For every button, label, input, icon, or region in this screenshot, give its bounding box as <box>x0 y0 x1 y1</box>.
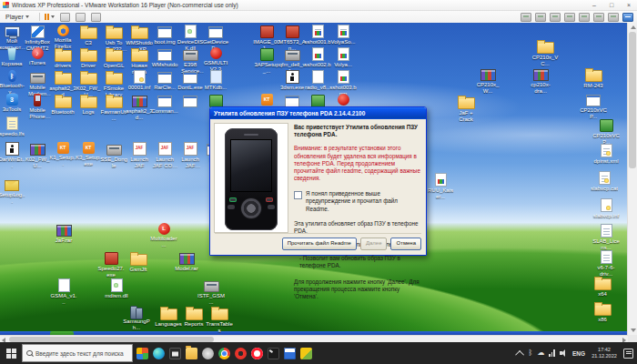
fullscreen-icon[interactable] <box>622 13 633 22</box>
desktop-icon-gsmjft[interactable]: GsmJft <box>125 251 152 273</box>
taskbar-search[interactable]: Введите здесь текст для поиска <box>22 344 133 362</box>
desktop-icon-speedo27-exe[interactable]: Speedo27.exe <box>97 251 125 278</box>
desktop-icon-jaf-crack[interactable]: JaF + Crack <box>452 95 480 122</box>
settings-icon[interactable] <box>202 348 214 359</box>
desktop-icon-c3[interactable]: C3 <box>75 25 102 46</box>
chrome-browser-icon[interactable] <box>218 348 230 359</box>
desktop-icon-model-rar[interactable]: Model.rar <box>173 251 200 272</box>
bluetooth-icon[interactable]: ᛒ <box>529 342 533 364</box>
send-ctrl-alt-del-icon[interactable] <box>60 13 70 22</box>
desktop-icon-rm-243[interactable]: RM-243 <box>580 67 607 89</box>
microsoft-store-icon[interactable] <box>169 348 181 359</box>
desktop-icon-mobile-phone-manager[interactable]: Mobile Phone Manager <box>24 94 51 119</box>
desktop-icon-reports[interactable]: Reports <box>180 306 207 328</box>
desktop-icon-volya-[interactable]: Volya... <box>329 47 357 68</box>
start-button[interactable] <box>0 342 22 364</box>
documents-app-icon[interactable] <box>284 348 296 359</box>
onedrive-cloud-icon[interactable]: ☁ <box>537 342 544 364</box>
file-explorer-icon[interactable] <box>186 348 197 359</box>
desktop-icon-kt[interactable]: KT <box>253 94 280 106</box>
desktop-icon-favmanuti-[interactable]: FavmanUti... <box>100 94 127 121</box>
desktop-icon-ruu-kaiser-[interactable]: RUU_Kaiser... <box>427 173 454 199</box>
desktop-icon-launch-jaf[interactable]: JAFLaunch JAF <box>126 142 153 168</box>
desktop-icon-slabvcp-cat[interactable]: slabvcp.cat <box>591 171 618 192</box>
vertical-scroll-thumb[interactable] <box>629 32 636 168</box>
desktop-icon-mozilla-firefox[interactable]: Mozilla Firefox <box>49 25 76 49</box>
desktop-icon-itunes[interactable]: ♪iTunes <box>24 47 51 66</box>
scroll-down-icon[interactable] <box>631 329 636 332</box>
media-grid-icon[interactable] <box>136 348 148 359</box>
desktop-icon-setuplog-[interactable]: SetupLog... <box>0 177 25 204</box>
desktop-icon-boot-img[interactable]: boot.img <box>151 25 178 46</box>
desktop-icon-red-circle[interactable] <box>329 94 357 106</box>
desktop-icon-transtables[interactable]: TransTables <box>206 306 233 333</box>
desktop-icon-comman-[interactable]: Comman... <box>151 94 178 115</box>
desktop-icon-mtkdb-[interactable]: MTKdb... <box>202 70 229 91</box>
desktop-icon-00001-inf[interactable]: 00001.inf <box>126 70 153 91</box>
language-indicator[interactable]: ENG <box>572 350 585 357</box>
puzzle-app-icon[interactable] <box>300 348 312 359</box>
edge-browser-icon[interactable] <box>153 348 165 359</box>
desktop-icon-3dsm-exe[interactable]: 3dsm.exe <box>278 70 306 91</box>
volume-icon[interactable] <box>560 349 568 357</box>
desktop-icon-3utools[interactable]: 33uTools <box>0 94 25 113</box>
desktop-icon-мой-компьютер[interactable]: Мой компьютер <box>0 25 25 50</box>
vertical-scrollbar[interactable] <box>627 23 637 335</box>
cd-rom-icon[interactable] <box>550 13 561 22</box>
desktop-icon-dpinst-xml[interactable]: dpinst.xml <box>592 144 620 165</box>
fit-guest-window-icon[interactable] <box>76 13 86 22</box>
floppy-icon[interactable] <box>535 13 546 22</box>
desktop-icon-mobile-modem-assistant[interactable]: Mobile Modem Assistant <box>24 70 51 96</box>
desktop-icon-radio-v8-[interactable]: radio_v8... <box>304 70 331 91</box>
desktop-icon-drivers[interactable]: drivers <box>49 47 76 69</box>
sound-icon[interactable] <box>593 13 604 22</box>
desktop-icon-logs[interactable]: Logs <box>75 94 102 116</box>
desktop-icon-gsma-v1-[interactable]: GSMA_v1... <box>50 278 77 305</box>
desktop-icon-корзина[interactable]: Корзина <box>0 47 25 67</box>
network-icon[interactable] <box>549 349 555 357</box>
desktop-icon-bluetooth-у-[interactable]: ᛒBluetooth-у... <box>0 70 25 95</box>
desktop-icon-cp210x-w-[interactable]: CP210x_W... <box>474 67 501 94</box>
desktop-icon-rarcle-[interactable]: RarCle... <box>151 70 178 91</box>
desktop-icon-launch-jaf-com-enable[interactable]: JAFLaunch JAF COM Enable <box>151 142 178 168</box>
desktop-icon-opengl[interactable]: OpenGL <box>100 47 127 69</box>
sound-card-icon[interactable] <box>521 13 531 22</box>
desktop-icon-volyaso-[interactable]: VolyaSo... <box>329 25 357 46</box>
desktop-icon-darwinet-[interactable]: DarWinEt... <box>0 142 25 168</box>
desktop-icon-cp210xvcp-[interactable]: CP210xVCP... <box>580 93 607 119</box>
desktop-icon-multiloader-[interactable]: LMultiloader... <box>150 223 177 248</box>
desktop-icon-istf-gsm-[interactable]: ISTF_GSM... <box>197 278 225 305</box>
scroll-up-icon[interactable] <box>631 25 636 29</box>
desktop-icon-k3-setup-exe[interactable]: KTK3_Setup.exe <box>75 142 102 167</box>
taskbar-clock[interactable]: 17:42 21.12.2022 <box>590 347 619 359</box>
desktop-icon-x86[interactable]: x86 <box>589 301 616 323</box>
desktop-icon-gsmulti-v2-3[interactable]: GSMULTI V2.3 <box>202 47 229 72</box>
desktop-icon-driver[interactable]: Driver <box>75 47 102 69</box>
desktop-icon-languages[interactable]: Languages <box>155 306 182 328</box>
desktop-icon-slab-licens-[interactable]: SLAB_Licens... <box>592 224 620 250</box>
desktop-icon-cp210x-vc-[interactable]: CP210x_VC... <box>531 39 559 66</box>
read-readme-button[interactable]: Прочитать файл Readme <box>282 238 357 250</box>
player-menu[interactable]: Player <box>0 14 35 20</box>
close-button[interactable]: × <box>624 0 633 10</box>
desktop-icon-v6-7-6-driv-[interactable]: v6-7-6-driv... <box>592 250 620 277</box>
tray-overflow-icon[interactable] <box>515 349 524 359</box>
usb-controller-icon[interactable] <box>579 13 590 22</box>
desktop-icon-x64[interactable]: x64 <box>589 276 616 298</box>
maximize-button[interactable]: □ <box>607 0 616 10</box>
opera-gx-icon[interactable] <box>235 348 247 359</box>
desktop-icon-sse-dongle[interactable]: SSE_Dongle <box>100 142 127 168</box>
terminal-icon[interactable] <box>268 348 279 359</box>
desktop-icon-jaf-rar[interactable]: JaF.rar <box>50 223 77 244</box>
printer-icon[interactable] <box>608 13 619 22</box>
desktop-icon-speedo-lfs[interactable]: speedo.lfs <box>0 116 25 137</box>
network-adapter-icon[interactable] <box>564 13 575 22</box>
desktop-icon-asphalt2-3d-[interactable]: asphalt2_3d... <box>126 94 153 120</box>
desktop-icon-sshot003-bmp[interactable]: sshot003.bmp <box>329 70 357 96</box>
pause-vm-button[interactable] <box>45 14 50 20</box>
desktop-icon-cp210x-dra-[interactable]: cp210x-dra... <box>527 67 554 94</box>
readme-confirm-checkbox[interactable] <box>294 191 302 199</box>
opera-browser-icon[interactable] <box>251 348 263 359</box>
desktop-icon-bluetooth[interactable]: Bluetooth <box>49 94 76 116</box>
cancel-button[interactable]: Отмена <box>390 238 421 250</box>
